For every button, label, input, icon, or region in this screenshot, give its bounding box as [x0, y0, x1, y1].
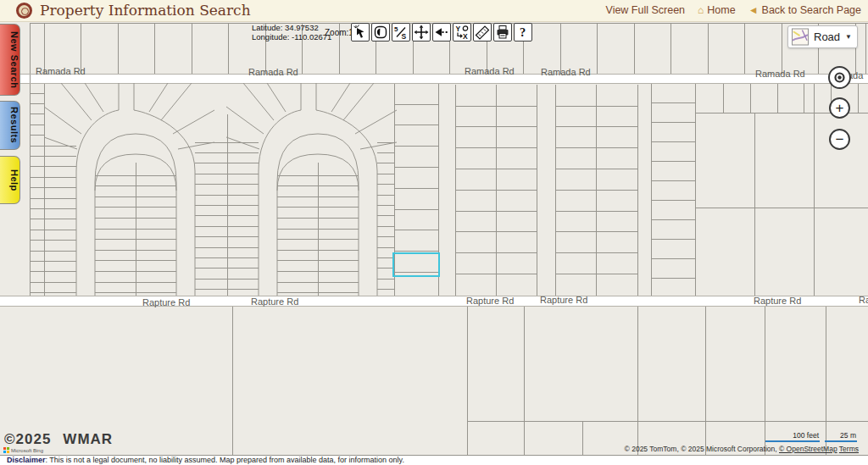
back-to-search-link[interactable]: ◄ Back to Search Page: [748, 4, 861, 16]
scale-ratio-tool-button[interactable]: 5S: [392, 23, 410, 42]
xy-coordinates-icon: YX: [454, 25, 470, 40]
basemap-selector[interactable]: Road ▼: [787, 25, 858, 48]
identify-tool-button[interactable]: [351, 23, 370, 42]
openstreetmap-link[interactable]: © OpenStreetMap: [779, 445, 837, 453]
scale-bar-metric-label: 25 m: [825, 431, 856, 440]
print-tool-button[interactable]: [493, 23, 512, 42]
toggle-overview-icon: [373, 25, 388, 40]
svg-text:5: 5: [394, 25, 398, 33]
measure-tool-button[interactable]: [473, 23, 492, 42]
pan-icon: [414, 25, 429, 40]
tab-help[interactable]: Help: [0, 156, 20, 204]
xy-coordinates-tool-button[interactable]: YX: [453, 23, 471, 42]
road-label: Rapture Rd: [142, 297, 190, 307]
tab-new-search[interactable]: New Search: [0, 24, 20, 96]
measure-icon: [475, 25, 490, 40]
print-icon: [495, 25, 510, 40]
back-arrow-icon: ◄: [748, 4, 759, 16]
home-link[interactable]: ⌂ Home: [698, 4, 736, 16]
road-label: Rapture Rd: [251, 296, 298, 307]
terms-link[interactable]: Terms: [839, 445, 859, 453]
chevron-down-icon: ▼: [845, 33, 852, 41]
scale-bar-imperial-label: 100 feet: [763, 431, 819, 440]
zoom-out-button[interactable]: −: [829, 129, 850, 150]
previous-extent-tool-button[interactable]: [432, 23, 451, 42]
coordinate-readout: Latitude: 34.97532 Longitude: -110.02671: [252, 23, 331, 42]
road-label: Ramada Rd: [541, 67, 591, 77]
svg-text:X: X: [463, 32, 468, 41]
basemap-label: Road: [814, 30, 840, 43]
home-icon: ⌂: [698, 4, 704, 16]
latitude-readout: Latitude: 34.97532: [252, 23, 331, 32]
scale-bar-metric: [825, 440, 857, 442]
scale-ratio-icon: 5S: [393, 25, 409, 40]
tab-results[interactable]: Results: [0, 101, 20, 150]
road-label: Rapture Rd: [540, 295, 587, 305]
identify-icon: [353, 25, 368, 40]
microsoft-logo-icon: [3, 447, 9, 453]
road-label: Ramada Rd: [465, 66, 515, 76]
help-tool-button[interactable]: ?: [514, 23, 532, 42]
map-watermark: ©2025WMAR: [4, 431, 113, 448]
zoom-in-button[interactable]: +: [829, 97, 850, 119]
geolocate-icon: [832, 70, 847, 85]
road-label: Rapture Rd: [466, 296, 514, 306]
bing-logo: Microsoft Bing: [3, 447, 43, 453]
road-label: Rapture Rd: [754, 296, 801, 306]
basemap-thumbnail-icon: [792, 28, 809, 46]
app-header: Property Information Search View Full Sc…: [0, 0, 868, 22]
scale-bar-imperial: [765, 440, 820, 442]
svg-text:Y: Y: [456, 25, 461, 33]
page-title: Property Information Search: [40, 2, 251, 19]
geolocate-button[interactable]: [828, 66, 851, 89]
header-links: View Full Screen ⌂ Home ◄ Back to Search…: [606, 4, 861, 16]
map-attribution: © 2025 TomTom, © 2025 Microsoft Corporat…: [625, 445, 859, 453]
longitude-readout: Longitude: -110.02671: [252, 32, 331, 42]
county-seal-icon: [16, 3, 32, 19]
pan-tool-button[interactable]: [412, 23, 431, 42]
road-label: Ramada Rd: [36, 66, 86, 76]
disclaimer-bar: Disclaimer: This is not a legal document…: [0, 456, 868, 465]
svg-text:?: ?: [520, 25, 526, 39]
toggle-overview-tool-button[interactable]: [371, 23, 390, 42]
road-label: Ramada Rd: [248, 67, 298, 77]
svg-text:S: S: [402, 32, 407, 41]
parcel-map[interactable]: [0, 0, 868, 465]
road-label: Ramada Rd: [755, 69, 805, 79]
view-full-screen-link[interactable]: View Full Screen: [606, 4, 686, 16]
map-toolbar: 5SYX?: [351, 23, 532, 42]
help-icon: ?: [515, 25, 531, 40]
road-label: Ra: [859, 295, 868, 305]
previous-extent-icon: [434, 25, 449, 40]
